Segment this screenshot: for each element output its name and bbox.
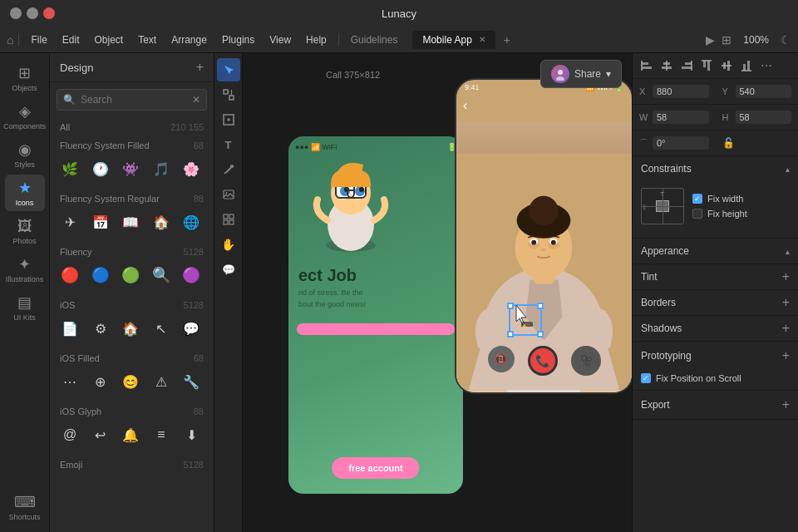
tab-mobile-app[interactable]: Mobile App ✕ bbox=[412, 31, 495, 49]
align-left-button[interactable] bbox=[638, 57, 656, 75]
icon-cell[interactable]: ⋯ bbox=[57, 368, 83, 395]
zoom-display[interactable]: 100% bbox=[738, 32, 774, 47]
tool-resize[interactable] bbox=[217, 108, 240, 131]
align-bottom-button[interactable] bbox=[737, 57, 756, 75]
call-mute-button[interactable]: 🎥 bbox=[571, 346, 601, 376]
icon-cell[interactable]: 🌐 bbox=[178, 209, 204, 235]
sidebar-item-components[interactable]: ◈ Components bbox=[5, 98, 45, 135]
menu-plugins[interactable]: Plugins bbox=[215, 31, 261, 49]
search-input[interactable] bbox=[57, 89, 207, 111]
moon-button[interactable]: ☾ bbox=[781, 33, 791, 47]
icon-cell[interactable]: 🔵 bbox=[87, 262, 114, 288]
free-account-button[interactable]: free account bbox=[332, 457, 419, 479]
icon-cell[interactable]: 👾 bbox=[117, 155, 144, 182]
constraints-header[interactable]: Constraints ▴ bbox=[633, 156, 798, 181]
h-value[interactable]: 58 bbox=[736, 111, 792, 124]
menu-view[interactable]: View bbox=[263, 31, 298, 49]
borders-add-button[interactable]: + bbox=[782, 295, 790, 310]
align-center-h-button[interactable] bbox=[658, 57, 676, 75]
fix-position-checkbox[interactable]: ✓ bbox=[641, 373, 651, 383]
align-middle-button[interactable] bbox=[717, 57, 736, 75]
tool-transform[interactable] bbox=[217, 83, 240, 106]
icon-cell[interactable]: @ bbox=[57, 421, 83, 448]
icon-cell[interactable]: ≡ bbox=[148, 421, 175, 448]
sidebar-item-objects[interactable]: ⊞ Objects bbox=[5, 60, 45, 96]
menu-help[interactable]: Help bbox=[299, 31, 333, 49]
icon-cell[interactable]: 🔴 bbox=[57, 262, 83, 288]
panel-add-button[interactable]: + bbox=[196, 60, 204, 75]
call-end-button[interactable]: 📞 bbox=[528, 346, 558, 376]
tab-close-icon[interactable]: ✕ bbox=[479, 35, 485, 44]
grid-button[interactable]: ⊞ bbox=[722, 33, 732, 47]
guidelines-button[interactable]: Guidelines bbox=[344, 31, 405, 49]
minimize-button[interactable] bbox=[10, 7, 22, 19]
tool-image[interactable] bbox=[217, 183, 240, 206]
icon-cell[interactable]: 💬 bbox=[178, 315, 204, 342]
fix-width-checkbox[interactable]: ✓ bbox=[692, 194, 702, 204]
more-align-button[interactable]: ⋯ bbox=[757, 57, 776, 75]
icon-cell[interactable]: 🟣 bbox=[178, 262, 204, 288]
menu-arrange[interactable]: Arrange bbox=[165, 31, 214, 49]
tool-select[interactable] bbox=[217, 58, 240, 81]
align-top-button[interactable] bbox=[697, 57, 716, 75]
sidebar-item-ui-kits[interactable]: ▤ UI Kits bbox=[5, 289, 45, 326]
icon-cell[interactable]: 😊 bbox=[117, 368, 144, 395]
export-header[interactable]: Export + bbox=[633, 391, 798, 419]
sidebar-item-photos[interactable]: 🖼 Photos bbox=[5, 213, 45, 249]
prototyping-add-button[interactable]: + bbox=[782, 348, 790, 363]
icon-cell[interactable]: 🔧 bbox=[178, 368, 204, 395]
fix-height-checkbox[interactable] bbox=[692, 209, 702, 219]
menu-text[interactable]: Text bbox=[131, 31, 163, 49]
play-button[interactable]: ▶ bbox=[706, 33, 715, 47]
prototyping-header[interactable]: Prototyping + bbox=[633, 342, 798, 370]
icon-cell[interactable]: 🎵 bbox=[148, 155, 175, 182]
close-button[interactable] bbox=[43, 7, 55, 19]
icon-cell[interactable]: ↩ bbox=[87, 421, 114, 448]
export-add-button[interactable]: + bbox=[782, 397, 790, 412]
add-tab-button[interactable]: + bbox=[497, 30, 517, 50]
icon-cell[interactable]: 📅 bbox=[87, 209, 114, 235]
icon-cell[interactable]: 🟢 bbox=[117, 262, 144, 288]
tool-pen[interactable] bbox=[217, 158, 240, 181]
share-button[interactable]: Share ▾ bbox=[540, 60, 622, 88]
sidebar-item-styles[interactable]: ◉ Styles bbox=[5, 136, 45, 173]
icon-cell[interactable]: ⊕ bbox=[87, 368, 114, 395]
tool-pan[interactable]: ✋ bbox=[217, 233, 240, 256]
maximize-button[interactable] bbox=[27, 7, 38, 19]
r-value[interactable]: 0° bbox=[653, 136, 709, 150]
icon-cell[interactable]: ✈ bbox=[57, 209, 83, 235]
canvas-area[interactable]: Share ▾ Call 375×812 ●●● 📶 WiFi 🔋 bbox=[243, 53, 632, 532]
tool-component[interactable] bbox=[217, 208, 240, 231]
icon-cell[interactable]: ⚙ bbox=[87, 315, 114, 342]
cta-free-account[interactable] bbox=[297, 323, 455, 335]
icon-cell[interactable]: 🏠 bbox=[117, 315, 144, 342]
back-button[interactable]: ‹ bbox=[456, 95, 632, 116]
menu-edit[interactable]: Edit bbox=[56, 31, 86, 49]
apperance-header[interactable]: Apperance ▴ bbox=[633, 239, 798, 264]
icon-cell[interactable]: 🏠 bbox=[148, 209, 175, 235]
align-right-button[interactable] bbox=[677, 57, 696, 75]
x-value[interactable]: 880 bbox=[653, 85, 709, 98]
selection-handle-tr[interactable] bbox=[537, 303, 544, 309]
icon-cell[interactable]: 🌸 bbox=[178, 155, 204, 182]
icon-cell[interactable]: ⚠ bbox=[148, 368, 175, 395]
icon-cell[interactable]: ↖ bbox=[148, 315, 175, 342]
icon-cell[interactable]: 📄 bbox=[57, 315, 83, 342]
selection-handle-bl[interactable] bbox=[507, 331, 514, 337]
icon-cell[interactable]: 📖 bbox=[117, 209, 144, 235]
icon-cell[interactable]: 🌿 bbox=[57, 155, 83, 182]
home-icon[interactable]: ⌂ bbox=[7, 33, 13, 47]
sidebar-item-illustrations[interactable]: ✦ Illustrations bbox=[5, 251, 45, 288]
call-small-button[interactable]: 📵 bbox=[488, 346, 515, 372]
icon-cell[interactable]: 🕐 bbox=[87, 155, 114, 182]
selection-handle-br[interactable] bbox=[537, 331, 544, 337]
tool-text[interactable]: T bbox=[217, 133, 240, 156]
shadows-add-button[interactable]: + bbox=[782, 321, 790, 336]
sidebar-item-icons[interactable]: ★ Icons bbox=[5, 175, 45, 211]
menu-object[interactable]: Object bbox=[88, 31, 131, 49]
icon-cell[interactable]: 🔍 bbox=[148, 262, 175, 288]
w-value[interactable]: 58 bbox=[653, 111, 709, 124]
search-clear-icon[interactable]: ✕ bbox=[192, 94, 200, 106]
icon-cell[interactable]: 🔔 bbox=[117, 421, 144, 448]
sidebar-item-shortcuts[interactable]: ⌨ Shortcuts bbox=[5, 489, 45, 525]
